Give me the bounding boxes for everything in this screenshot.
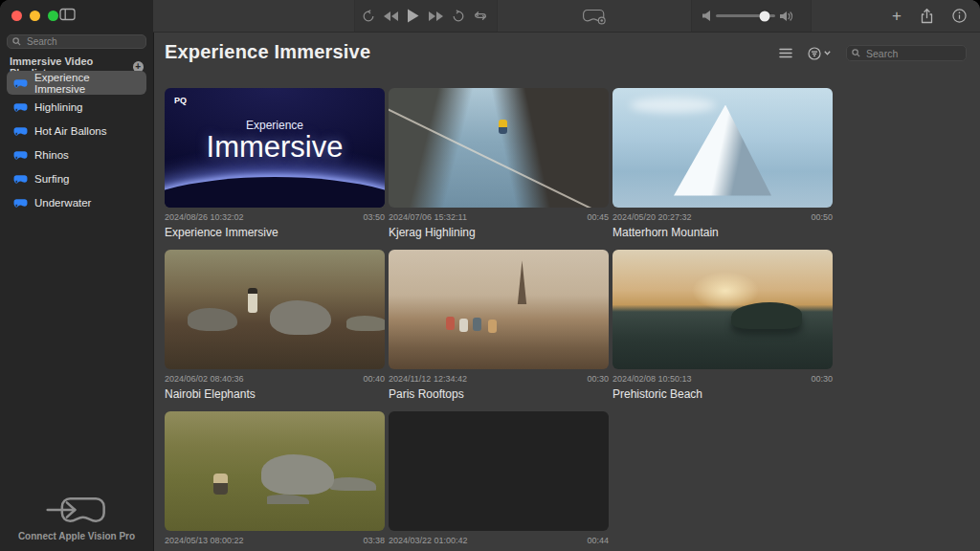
video-timestamp: 2024/05/20 20:27:32 bbox=[612, 212, 692, 222]
video-thumbnail[interactable]: PQ Experience Immersive bbox=[165, 88, 385, 208]
sidebar-item-label: Rhinos bbox=[34, 149, 69, 161]
share-icon[interactable] bbox=[921, 9, 933, 24]
video-duration: 00:50 bbox=[811, 212, 833, 222]
video-duration: 00:44 bbox=[587, 536, 609, 545]
video-timestamp: 2024/11/12 12:34:42 bbox=[389, 374, 467, 384]
rewind-icon[interactable] bbox=[383, 11, 399, 22]
sidebar-item-underwater[interactable]: Underwater bbox=[7, 190, 146, 214]
traffic-lights bbox=[11, 11, 58, 21]
minimize-button[interactable] bbox=[30, 11, 40, 21]
thumbnail-title-large: Immersive bbox=[165, 130, 385, 165]
vision-pro-icon bbox=[13, 150, 28, 160]
vision-pro-icon bbox=[13, 126, 28, 136]
video-duration: 00:30 bbox=[811, 374, 833, 384]
video-card-kjerag-highlining[interactable]: 2024/07/06 15:32:1100:45 Kjerag Highlini… bbox=[389, 88, 609, 239]
content-search-input[interactable] bbox=[864, 47, 961, 60]
video-card-prehistoric-beach[interactable]: 2024/02/08 10:50:1300:30 Prehistoric Bea… bbox=[612, 250, 833, 401]
sidebar-item-rhinos[interactable]: Rhinos bbox=[7, 143, 146, 166]
video-timestamp: 2024/05/13 08:00:22 bbox=[165, 536, 244, 545]
video-thumbnail[interactable] bbox=[165, 250, 385, 369]
toolbar: + bbox=[153, 0, 980, 33]
repeat-icon[interactable] bbox=[473, 10, 488, 22]
video-thumbnail[interactable] bbox=[165, 411, 385, 531]
video-timestamp: 2024/08/26 10:32:02 bbox=[165, 212, 244, 222]
skip-forward-icon[interactable] bbox=[452, 10, 465, 23]
volume-max-icon[interactable] bbox=[780, 11, 793, 22]
video-timestamp: 2024/07/06 15:32:11 bbox=[389, 212, 467, 222]
sidebar-item-experience-immersive[interactable]: Experience Immersive bbox=[7, 71, 146, 95]
video-card-rhinos[interactable]: 2024/05/13 08:00:2203:38 bbox=[165, 411, 385, 549]
video-thumbnail[interactable] bbox=[389, 250, 609, 369]
sidebar-item-label: Experience Immersive bbox=[34, 72, 140, 95]
volume-slider[interactable] bbox=[716, 14, 775, 17]
content-search-field[interactable] bbox=[846, 45, 967, 61]
vision-pro-icon bbox=[13, 102, 28, 112]
video-duration: 03:50 bbox=[363, 212, 385, 222]
filter-menu[interactable] bbox=[808, 47, 831, 60]
page-title: Experience Immersive bbox=[165, 41, 370, 63]
vision-pro-icon bbox=[13, 78, 28, 88]
video-timestamp: 2024/06/02 08:40:36 bbox=[165, 374, 244, 384]
video-timestamp: 2024/02/08 10:50:13 bbox=[612, 374, 692, 384]
video-title: Kjerag Highlining bbox=[389, 226, 609, 239]
video-card-experience-immersive[interactable]: PQ Experience Immersive 2024/08/26 10:32… bbox=[165, 88, 385, 239]
video-title: Paris Rooftops bbox=[389, 387, 609, 401]
play-icon[interactable] bbox=[407, 9, 419, 23]
video-title: Matterhorn Mountain bbox=[612, 226, 833, 239]
video-thumbnail[interactable] bbox=[612, 88, 833, 208]
sidebar: Immersive Video Playlists + Experience I… bbox=[0, 0, 154, 551]
video-title: Nairobi Elephants bbox=[165, 387, 385, 401]
skip-back-icon[interactable] bbox=[362, 10, 375, 23]
vision-pro-icon bbox=[13, 174, 28, 184]
video-card-nairobi-elephants[interactable]: 2024/06/02 08:40:3600:40 Nairobi Elephan… bbox=[165, 250, 385, 401]
playlist-list: Experience Immersive Highlining Hot Air … bbox=[7, 71, 146, 214]
sidebar-search-field[interactable] bbox=[7, 34, 146, 49]
info-icon[interactable] bbox=[952, 9, 967, 23]
add-icon[interactable]: + bbox=[892, 7, 902, 26]
connect-vision-pro-label: Connect Apple Vision Pro bbox=[18, 531, 135, 541]
video-card-paris-rooftops[interactable]: 2024/11/12 12:34:4200:30 Paris Rooftops bbox=[389, 250, 609, 401]
connect-vision-pro[interactable]: Connect Apple Vision Pro bbox=[0, 493, 153, 541]
video-title: Prehistoric Beach bbox=[612, 387, 833, 401]
sidebar-item-hot-air-ballons[interactable]: Hot Air Ballons bbox=[7, 119, 146, 143]
volume-min-icon[interactable] bbox=[702, 11, 711, 21]
vision-pro-device-icon[interactable] bbox=[582, 7, 607, 26]
sidebar-item-highlining[interactable]: Highlining bbox=[7, 95, 146, 119]
video-thumbnail[interactable] bbox=[389, 411, 609, 531]
video-duration: 03:38 bbox=[363, 536, 385, 545]
app-window: Immersive Video Playlists + Experience I… bbox=[0, 0, 980, 551]
video-grid: PQ Experience Immersive 2024/08/26 10:32… bbox=[165, 88, 833, 549]
sidebar-item-label: Surfing bbox=[34, 173, 69, 185]
video-card-matterhorn-mountain[interactable]: 2024/05/20 20:27:3200:50 Matterhorn Moun… bbox=[612, 88, 833, 239]
video-duration: 00:30 bbox=[587, 374, 609, 384]
zoom-button[interactable] bbox=[48, 11, 58, 21]
sidebar-item-label: Hot Air Ballons bbox=[34, 125, 106, 137]
pq-badge: PQ bbox=[174, 96, 187, 105]
video-card-underwater[interactable]: 2024/03/22 01:00:4200:44 bbox=[389, 411, 609, 549]
vision-pro-icon bbox=[13, 198, 28, 208]
video-title: Experience Immersive bbox=[165, 226, 385, 239]
video-duration: 00:40 bbox=[363, 374, 385, 384]
video-thumbnail[interactable] bbox=[389, 88, 609, 208]
video-timestamp: 2024/03/22 01:00:42 bbox=[389, 536, 468, 545]
search-icon bbox=[12, 37, 21, 46]
fast-forward-icon[interactable] bbox=[428, 11, 444, 22]
video-duration: 00:45 bbox=[587, 212, 609, 222]
sidebar-search-input[interactable] bbox=[25, 35, 141, 48]
close-button[interactable] bbox=[11, 11, 22, 21]
volume-slider-knob[interactable] bbox=[759, 11, 769, 21]
connect-vision-pro-icon bbox=[46, 493, 107, 527]
content-header: Experience Immersive bbox=[153, 32, 980, 77]
chevron-down-icon bbox=[824, 51, 831, 55]
sidebar-item-surfing[interactable]: Surfing bbox=[7, 166, 146, 190]
sidebar-item-label: Underwater bbox=[34, 197, 91, 209]
list-view-icon[interactable] bbox=[779, 48, 792, 58]
sidebar-toggle-icon[interactable] bbox=[59, 8, 76, 21]
video-thumbnail[interactable] bbox=[612, 250, 833, 369]
search-icon bbox=[852, 49, 860, 57]
filter-circle-icon bbox=[808, 47, 821, 60]
sidebar-item-label: Highlining bbox=[34, 101, 83, 113]
